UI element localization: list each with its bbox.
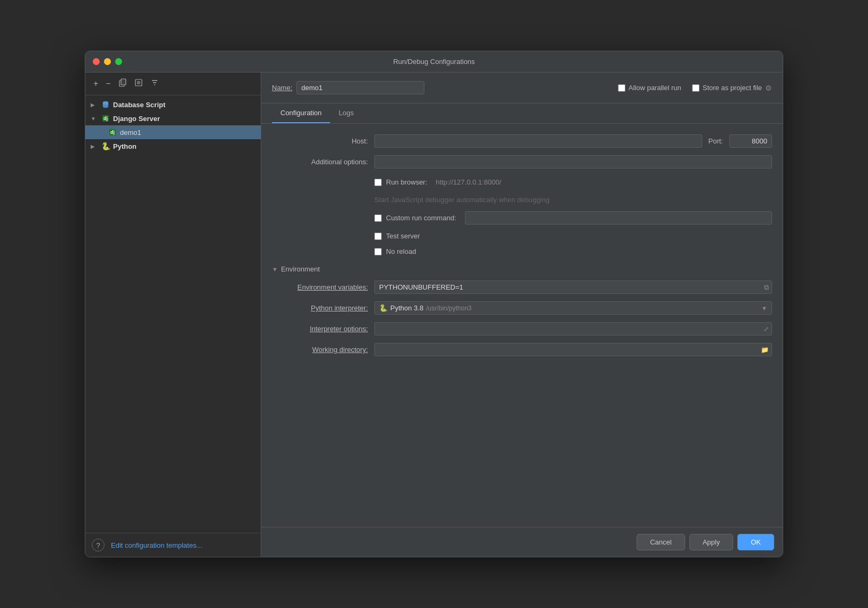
sidebar: + − ▶ — [85, 73, 261, 557]
store-as-project-file-checkbox[interactable] — [692, 84, 700, 92]
store-as-project-file-label: Store as project file — [703, 84, 762, 92]
expand-arrow-python: ▶ — [91, 143, 98, 149]
move-config-button[interactable] — [132, 77, 146, 91]
no-reload-row: No reload — [272, 247, 772, 255]
python-emoji-icon: 🐍 — [379, 304, 388, 312]
store-as-project-file-row: Store as project file ⚙ — [692, 84, 772, 92]
host-port-row: Host: Port: — [272, 134, 772, 148]
tab-logs[interactable]: Logs — [330, 103, 362, 123]
titlebar: Run/Debug Configurations — [85, 51, 783, 73]
sidebar-item-python[interactable]: ▶ 🐍 Python — [85, 139, 261, 153]
interpreter-options-input[interactable] — [374, 322, 772, 335]
name-input[interactable] — [296, 81, 424, 94]
working-directory-row: Working directory: 📁 — [272, 343, 772, 356]
sidebar-item-demo1[interactable]: dj demo1 — [85, 125, 261, 139]
apply-button[interactable]: Apply — [689, 534, 734, 550]
python-interpreter-label: Python interpreter: — [272, 304, 368, 312]
env-vars-label: Environment variables: — [272, 283, 368, 291]
host-input[interactable] — [374, 134, 702, 148]
environment-section-label: Environment — [281, 265, 320, 273]
close-button[interactable] — [93, 58, 100, 65]
bottom-bar: Cancel Apply OK — [261, 527, 783, 557]
add-config-button[interactable]: + — [91, 77, 101, 90]
name-row: Name: — [272, 81, 424, 94]
run-browser-checkbox[interactable] — [374, 179, 382, 186]
environment-toggle[interactable]: ▼ — [272, 266, 278, 273]
form-area: Host: Port: Additional options: Run brow… — [261, 124, 783, 527]
sidebar-item-label-django-server: Django Server — [113, 115, 160, 123]
env-vars-row: Environment variables: ⧉ — [272, 281, 772, 294]
working-directory-wrapper: 📁 — [374, 343, 772, 356]
run-browser-row: Run browser: — [272, 176, 772, 188]
right-panel: Name: Allow parallel run Store as projec… — [261, 73, 783, 557]
run-browser-label: Run browser: — [386, 178, 427, 186]
interpreter-path: /usr/bin/python3 — [426, 305, 471, 312]
host-port-group: Port: — [374, 134, 772, 148]
sidebar-footer: ? Edit configuration templates... — [85, 533, 261, 557]
custom-run-command-checkbox[interactable] — [374, 214, 382, 222]
svg-rect-1 — [121, 79, 126, 85]
name-label: Name: — [272, 84, 292, 92]
window-title: Run/Debug Configurations — [393, 58, 475, 66]
environment-section: ▼ Environment — [272, 265, 772, 273]
allow-parallel-run-checkbox[interactable] — [618, 84, 625, 92]
folder-icon[interactable]: 📁 — [761, 346, 769, 354]
host-label: Host: — [272, 137, 368, 145]
interpreter-dropdown-arrow: ▼ — [761, 305, 767, 311]
expand-icon[interactable]: ⤢ — [763, 325, 769, 333]
custom-run-command-row: Custom run command: — [272, 211, 772, 225]
sidebar-item-label-python: Python — [113, 142, 136, 150]
django-icon: dj — [101, 114, 110, 123]
database-icon — [101, 100, 110, 109]
interpreter-options-label: Interpreter options: — [272, 325, 368, 333]
tab-configuration[interactable]: Configuration — [272, 103, 330, 123]
help-button[interactable]: ? — [92, 539, 105, 551]
python-interpreter-row: Python interpreter: 🐍 Python 3.8 /usr/bi… — [272, 301, 772, 315]
store-settings-button[interactable]: ⚙ — [765, 84, 772, 92]
main-window: Run/Debug Configurations + − — [85, 51, 783, 557]
sort-config-button[interactable] — [148, 77, 162, 91]
main-content: + − ▶ — [85, 73, 783, 557]
maximize-button[interactable] — [115, 58, 122, 65]
remove-config-button[interactable]: − — [103, 77, 113, 90]
sidebar-item-label-database-script: Database Script — [113, 101, 165, 109]
interpreter-select-text: 🐍 Python 3.8 /usr/bin/python3 — [379, 304, 472, 312]
ok-button[interactable]: OK — [737, 534, 774, 550]
copy-config-button[interactable] — [116, 77, 130, 91]
js-debugger-text: Start JavaScript debugger automatically … — [272, 196, 772, 204]
additional-options-input[interactable] — [374, 155, 772, 169]
no-reload-checkbox[interactable] — [374, 248, 382, 255]
additional-options-row: Additional options: — [272, 155, 772, 169]
minimize-button[interactable] — [104, 58, 111, 65]
config-header: Name: Allow parallel run Store as projec… — [261, 73, 783, 103]
python-interpreter-select[interactable]: 🐍 Python 3.8 /usr/bin/python3 ▼ — [374, 301, 772, 315]
port-input[interactable] — [729, 134, 772, 148]
sidebar-item-database-script[interactable]: ▶ Database Script — [85, 98, 261, 111]
port-label: Port: — [709, 137, 723, 145]
env-vars-input[interactable] — [374, 281, 772, 294]
edit-templates-link[interactable]: Edit configuration templates... — [111, 541, 202, 549]
env-copy-icon[interactable]: ⧉ — [764, 283, 769, 292]
additional-options-label: Additional options: — [272, 158, 368, 166]
working-directory-label: Working directory: — [272, 346, 368, 354]
custom-run-command-label: Custom run command: — [386, 214, 456, 222]
sidebar-item-label-demo1: demo1 — [120, 129, 141, 137]
python-icon: 🐍 — [101, 141, 110, 151]
interpreter-options-wrapper: ⤢ — [374, 322, 772, 335]
interpreter-value: Python 3.8 — [390, 304, 423, 312]
test-server-checkbox[interactable] — [374, 233, 382, 240]
custom-run-command-input[interactable] — [465, 211, 773, 225]
browser-url-input[interactable] — [436, 176, 772, 188]
cancel-button[interactable]: Cancel — [637, 534, 685, 550]
test-server-row: Test server — [272, 232, 772, 240]
window-controls — [93, 58, 122, 65]
sidebar-toolbar: + − — [85, 73, 261, 95]
env-vars-wrapper: ⧉ — [374, 281, 772, 294]
sidebar-items-list: ▶ Database Script ▼ dj — [85, 95, 261, 533]
allow-parallel-run-row: Allow parallel run — [618, 84, 681, 92]
demo1-icon: dj — [108, 127, 117, 137]
working-directory-input[interactable] — [374, 343, 772, 356]
header-options: Allow parallel run Store as project file… — [618, 84, 772, 92]
sidebar-item-django-server[interactable]: ▼ dj Django Server — [85, 111, 261, 125]
test-server-label: Test server — [386, 232, 420, 240]
